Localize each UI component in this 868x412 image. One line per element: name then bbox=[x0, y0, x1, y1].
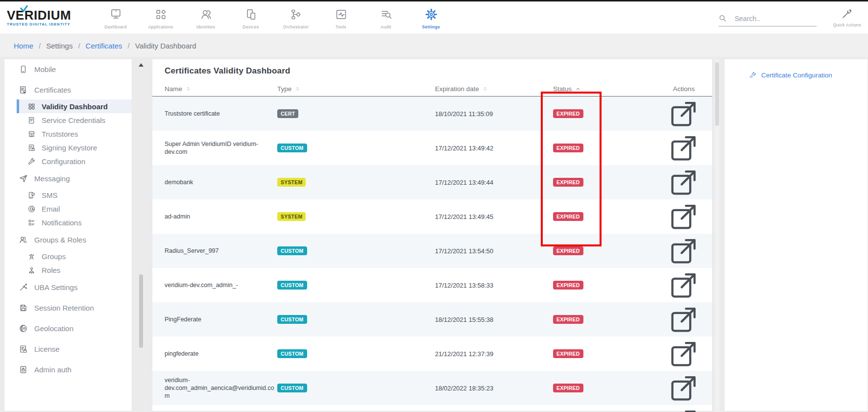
devices-icon bbox=[244, 8, 258, 21]
breadcrumb-separator: / bbox=[128, 42, 130, 50]
open-in-new-icon[interactable] bbox=[667, 337, 701, 371]
column-header-type[interactable]: Type bbox=[277, 85, 435, 93]
open-in-new-icon[interactable] bbox=[667, 199, 701, 234]
sidebar-item-email[interactable]: Email bbox=[4, 202, 132, 216]
column-header-label: Expiration date bbox=[435, 85, 479, 93]
cert-type: CERT bbox=[277, 109, 435, 118]
row-actions bbox=[667, 97, 701, 131]
sidebar-item-configuration[interactable]: Configuration bbox=[4, 154, 132, 168]
search-icon[interactable] bbox=[719, 14, 727, 23]
open-in-new-icon[interactable] bbox=[667, 268, 701, 302]
open-in-new-icon[interactable] bbox=[667, 234, 701, 268]
open-in-new-icon[interactable] bbox=[667, 302, 701, 337]
sidebar-item-signing-keystore[interactable]: Signing Keystore bbox=[4, 141, 132, 154]
status-badge: EXPIRED bbox=[553, 384, 583, 392]
search-input[interactable] bbox=[735, 15, 808, 23]
sidebar-item-label: Admin auth bbox=[34, 365, 72, 374]
quick-actions-button[interactable]: Quick Actions bbox=[833, 8, 861, 27]
cert-type: CUSTOM bbox=[277, 349, 435, 358]
breadcrumb-item-validity-dashboard: Validity Dashboard bbox=[135, 42, 196, 50]
nav-item-dashboard[interactable]: Dashboard bbox=[93, 6, 138, 29]
sidebar-item-roles[interactable]: Roles bbox=[4, 263, 132, 277]
type-badge: SYSTEM bbox=[277, 212, 306, 221]
status-badge: EXPIRED bbox=[553, 178, 583, 187]
sidebar-item-label: Mobile bbox=[34, 65, 56, 73]
nav-item-tools[interactable]: Tools bbox=[318, 6, 363, 29]
sidebar-item-certificates[interactable]: Certificates bbox=[4, 83, 132, 97]
sidebar-scrollbar-thumb[interactable] bbox=[139, 274, 143, 348]
nav-item-settings[interactable]: Settings bbox=[409, 6, 454, 29]
column-header-expiration-date[interactable]: Expiration date bbox=[435, 85, 543, 93]
nav-item-label: Settings bbox=[422, 24, 440, 29]
column-header-name[interactable]: Name bbox=[165, 85, 277, 93]
sidebar-item-groups-roles[interactable]: Groups & Roles bbox=[4, 233, 132, 246]
open-in-new-icon[interactable] bbox=[667, 371, 701, 405]
cert-type: CUSTOM bbox=[277, 281, 435, 290]
breadcrumb-item-certificates[interactable]: Certificates bbox=[86, 42, 122, 50]
logo-tagline: TRUSTED DIGITAL IDENTITY bbox=[7, 22, 80, 26]
sidebar-item-admin-auth[interactable]: Admin auth bbox=[4, 363, 132, 376]
column-header-label: Name bbox=[165, 85, 182, 93]
status-badge: EXPIRED bbox=[553, 246, 583, 255]
type-badge: CUSTOM bbox=[277, 144, 307, 152]
nav-item-orchestrator[interactable]: Orchestrator bbox=[273, 6, 318, 29]
sidebar-item-label: License bbox=[34, 345, 60, 353]
sidebar-item-session-retention[interactable]: Session Retention bbox=[4, 301, 132, 315]
open-in-new-icon[interactable] bbox=[667, 165, 701, 199]
sidebar-item-label: Signing Keystore bbox=[42, 144, 97, 152]
column-header-label: Type bbox=[277, 85, 291, 93]
certificate-configuration-link[interactable]: Certificate Configuration bbox=[749, 71, 868, 79]
table-row: PingFederateCUSTOM18/12/2021 15:55:38EXP… bbox=[152, 302, 712, 337]
cert-name: demobank bbox=[165, 178, 277, 186]
type-badge: CUSTOM bbox=[277, 246, 307, 255]
sidebar-item-license[interactable]: License bbox=[4, 342, 132, 356]
column-header-status[interactable]: Status bbox=[543, 85, 667, 93]
identities-icon bbox=[199, 8, 213, 21]
sidebar-item-geolocation[interactable]: Geolocation bbox=[4, 321, 132, 335]
nav-item-label: Tools bbox=[336, 24, 346, 29]
content-area: MobileCertificatesValidity DashboardServ… bbox=[0, 57, 868, 412]
type-badge: CUSTOM bbox=[277, 384, 307, 392]
nav-item-identities[interactable]: Identities bbox=[183, 6, 228, 29]
breadcrumb-item-home[interactable]: Home bbox=[14, 42, 33, 50]
column-header-actions: Actions bbox=[673, 85, 695, 93]
sidebar-item-validity-dashboard[interactable]: Validity Dashboard bbox=[17, 99, 132, 113]
cert-expiration-date: 17/12/2021 13:49:44 bbox=[435, 179, 543, 186]
open-in-new-icon[interactable] bbox=[667, 97, 701, 131]
nav-item-audit[interactable]: Audit bbox=[363, 6, 409, 29]
type-badge: CUSTOM bbox=[277, 315, 307, 324]
sidebar-item-notifications[interactable]: Notifications bbox=[4, 216, 132, 229]
sidebar-item-label: SMS bbox=[42, 191, 58, 199]
sidebar-item-truststores[interactable]: Truststores bbox=[4, 127, 132, 141]
cert-status: EXPIRED bbox=[543, 178, 667, 187]
nav-item-label: Orchestrator bbox=[283, 24, 309, 29]
save-icon bbox=[19, 303, 28, 313]
scroll-up-arrow[interactable] bbox=[139, 63, 144, 67]
users-icon bbox=[19, 235, 28, 244]
sort-both bbox=[482, 85, 488, 93]
nav-item-applications[interactable]: Applications bbox=[138, 6, 183, 29]
sort-both bbox=[295, 85, 300, 93]
sidebar-item-mobile[interactable]: Mobile bbox=[4, 62, 132, 76]
nav-item-devices[interactable]: Devices bbox=[228, 6, 273, 29]
veridium-logo[interactable]: VERIDIUM TRUSTED DIGITAL IDENTITY bbox=[7, 9, 80, 26]
sidebar-item-service-credentials[interactable]: Service Credentials bbox=[4, 113, 132, 127]
document-icon bbox=[27, 116, 36, 124]
sidebar-item-messaging[interactable]: Messaging bbox=[4, 171, 132, 185]
status-badge: EXPIRED bbox=[553, 109, 583, 118]
sidebar-item-uba-settings[interactable]: UBA Settings bbox=[4, 280, 132, 294]
sidebar-scrollbar bbox=[137, 59, 145, 412]
dashboard-icon bbox=[109, 8, 122, 21]
sidebar-item-groups[interactable]: Groups bbox=[4, 249, 132, 263]
sidebar-item-sms[interactable]: SMS bbox=[4, 188, 132, 202]
logo-checkmark-icon bbox=[20, 5, 28, 12]
content-scrollbar-thumb[interactable] bbox=[715, 62, 719, 126]
open-in-new-icon[interactable] bbox=[667, 131, 701, 165]
open-in-new-icon[interactable] bbox=[667, 405, 701, 412]
nav-item-label: Identities bbox=[196, 24, 215, 29]
type-badge: CUSTOM bbox=[277, 281, 307, 290]
breadcrumb-separator: / bbox=[78, 42, 80, 50]
cert-status: EXPIRED bbox=[543, 349, 667, 358]
type-badge: CUSTOM bbox=[277, 349, 307, 358]
sidebar-item-label: Service Credentials bbox=[42, 116, 105, 124]
